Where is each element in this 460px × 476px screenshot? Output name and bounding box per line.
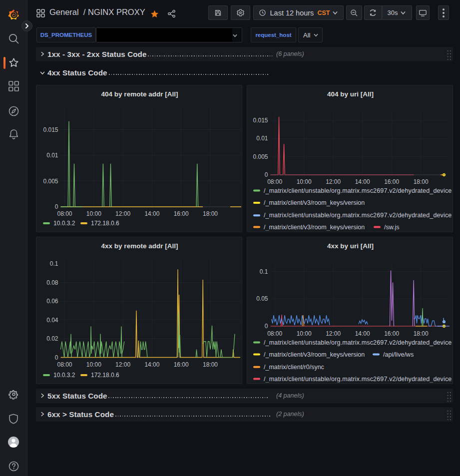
svg-text:0: 0 [265,171,268,178]
svg-text:12:00: 12:00 [115,210,130,217]
svg-text:/api/live/ws: /api/live/ws [383,351,414,358]
svg-text:4xx by uri [All]: 4xx by uri [All] [327,242,374,250]
svg-text:/_matrix/client/unstable/org.m: /_matrix/client/unstable/org.matrix.msc2… [264,339,452,346]
svg-text:/_matrix/client/v3/room_keys/v: /_matrix/client/v3/room_keys/version [264,351,365,358]
svg-text:172.18.0.6: 172.18.0.6 [91,220,119,227]
svg-text:0.005: 0.005 [253,153,268,160]
svg-text:4xx by remote addr [All]: 4xx by remote addr [All] [101,242,178,250]
svg-text:12:00: 12:00 [115,361,130,368]
svg-text:172.18.0.6: 172.18.0.6 [91,372,119,379]
svg-text:0: 0 [55,354,58,361]
svg-text:16:00: 16:00 [174,361,189,368]
svg-text:0.01: 0.01 [46,152,58,159]
svg-text:/_matrix/client/unstable/org.m: /_matrix/client/unstable/org.matrix.msc2… [264,212,452,219]
svg-text:14:00: 14:00 [355,178,370,185]
svg-text:12:00: 12:00 [326,330,341,337]
svg-text:/_matrix/client/r0/sync: /_matrix/client/r0/sync [264,364,324,371]
svg-text:0.005: 0.005 [43,178,58,185]
svg-text:12:00: 12:00 [326,178,341,185]
svg-text:404 by remote addr [All]: 404 by remote addr [All] [101,90,178,98]
svg-text:14:00: 14:00 [355,330,370,337]
svg-text:0: 0 [265,323,268,330]
svg-text:0.06: 0.06 [46,298,58,305]
svg-text:0.04: 0.04 [46,317,58,324]
svg-text:08:00: 08:00 [267,178,282,185]
svg-text:18:00: 18:00 [203,361,218,368]
svg-text:18:00: 18:00 [414,330,429,337]
svg-text:0.08: 0.08 [46,279,58,286]
svg-text:0.015: 0.015 [43,126,58,133]
svg-text:08:00: 08:00 [57,210,72,217]
svg-text:0.015: 0.015 [253,117,268,124]
svg-text:10.0.3.2: 10.0.3.2 [53,372,75,379]
svg-text:16:00: 16:00 [384,330,399,337]
svg-text:0.02: 0.02 [46,335,58,342]
svg-text:0.01: 0.01 [256,135,268,142]
svg-text:/sw.js: /sw.js [384,224,400,231]
svg-text:14:00: 14:00 [144,210,159,217]
svg-text:16:00: 16:00 [174,210,189,217]
svg-text:18:00: 18:00 [203,210,218,217]
svg-text:10:00: 10:00 [297,330,312,337]
svg-text:08:00: 08:00 [267,330,282,337]
svg-text:10:00: 10:00 [86,361,101,368]
svg-text:0.1: 0.1 [50,260,58,267]
svg-text:08:00: 08:00 [57,361,72,368]
svg-text:/_matrix/client/v3/room_keys/v: /_matrix/client/v3/room_keys/version [264,224,365,231]
svg-text:14:00: 14:00 [144,361,159,368]
svg-text:16:00: 16:00 [384,178,399,185]
svg-text:/_matrix/client/v3/room_keys/v: /_matrix/client/v3/room_keys/version [264,199,365,206]
svg-text:10.0.3.2: 10.0.3.2 [53,220,75,227]
svg-text:0: 0 [55,203,58,210]
svg-text:18:00: 18:00 [414,178,429,185]
svg-text:0.1: 0.1 [260,268,268,275]
svg-text:/_matrix/client/unstable/org.m: /_matrix/client/unstable/org.matrix.msc2… [264,187,452,194]
svg-text:404 by uri [All]: 404 by uri [All] [327,90,374,98]
svg-text:10:00: 10:00 [86,210,101,217]
svg-text:/_matrix/client/unstable/org.m: /_matrix/client/unstable/org.matrix.msc2… [264,376,452,383]
svg-text:10:00: 10:00 [297,178,312,185]
svg-text:0.05: 0.05 [256,295,268,302]
